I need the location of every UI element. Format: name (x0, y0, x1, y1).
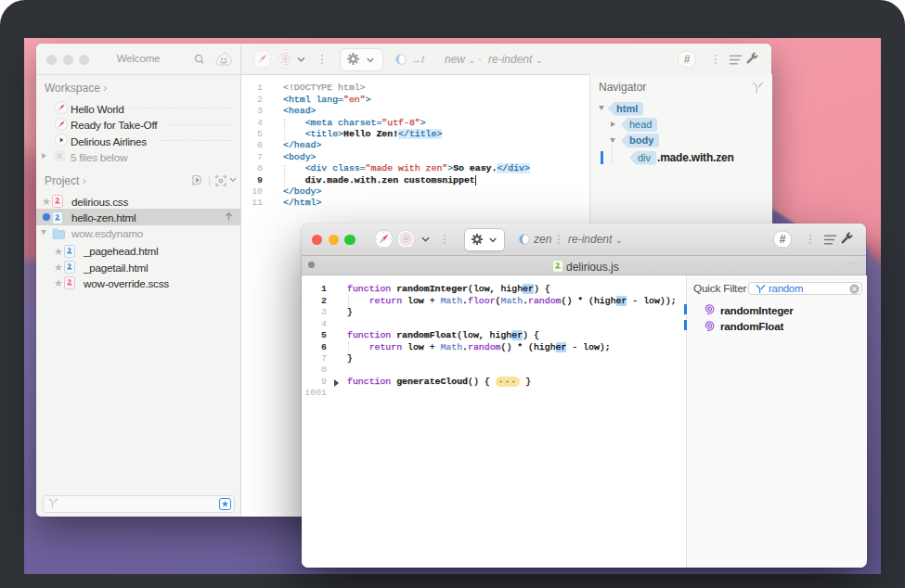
svg-text:#: # (684, 53, 691, 66)
svg-text:#: # (780, 233, 786, 246)
